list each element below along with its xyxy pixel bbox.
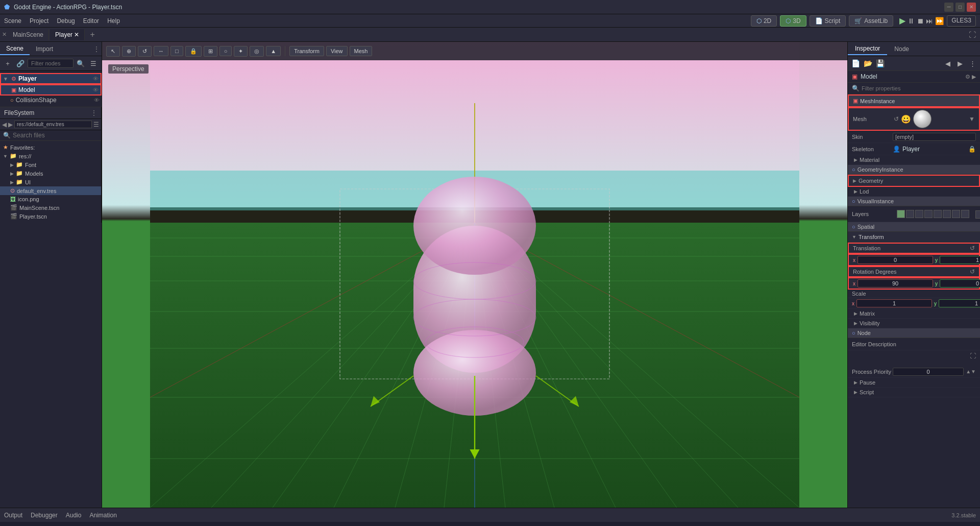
rotation-y-input[interactable]	[940, 279, 980, 288]
process-priority-spinner[interactable]: ▲▼	[966, 369, 976, 374]
process-priority-input[interactable]	[893, 368, 964, 376]
mode-2d-button[interactable]: ⬡ 2D	[751, 15, 777, 27]
play-custom-button[interactable]: ⏩	[935, 17, 944, 25]
layer-cell-8[interactable]	[961, 210, 969, 218]
history-back-button[interactable]: ◀	[942, 58, 953, 69]
script-subsection[interactable]: ▶ Script	[848, 388, 980, 397]
select-tool-button[interactable]: ↖	[106, 46, 120, 57]
scene-options-button[interactable]: ☰	[88, 58, 99, 69]
rotate-tool-button[interactable]: ↺	[138, 46, 152, 57]
mesh-reload-icon[interactable]: ↺	[894, 115, 899, 123]
assetlib-button[interactable]: 🛒 AssetLib	[849, 15, 893, 27]
lod-subsection[interactable]: ▶ Lod	[848, 187, 980, 197]
skin-dropdown[interactable]: [empty]	[893, 133, 976, 141]
fs-item-font[interactable]: ▶ 📁 Font	[0, 160, 101, 169]
rotation-reset-icon[interactable]: ↺	[970, 268, 975, 275]
menu-project[interactable]: Project	[30, 17, 48, 25]
open-resource-button[interactable]: 📂	[862, 58, 873, 69]
geometry-section[interactable]: ▶ Geometry	[848, 175, 980, 187]
maximize-button[interactable]: □	[955, 3, 965, 12]
camera-button[interactable]: ▲	[266, 46, 281, 56]
perspective-label[interactable]: Perspective	[108, 64, 149, 74]
menu-debug[interactable]: Debug	[57, 17, 75, 25]
mesh-type-icon[interactable]: 😀	[901, 114, 911, 124]
fs-item-icon[interactable]: 🖼 icon.png	[0, 195, 101, 203]
model-tool-1[interactable]: ⚙	[965, 74, 970, 80]
tree-item-player[interactable]: ▼ ⚙ Player 👁	[0, 73, 102, 84]
tab-scene[interactable]: Scene	[0, 43, 30, 55]
close-button[interactable]: ✕	[967, 3, 976, 12]
tab-audio[interactable]: Audio	[66, 512, 82, 519]
mode-3d-button[interactable]: ⬡ 3D	[780, 15, 806, 27]
translation-y-input[interactable]	[940, 256, 980, 264]
history-forward-button[interactable]: ▶	[954, 58, 966, 69]
layer-cell-1[interactable]	[897, 210, 905, 218]
fs-search-input[interactable]	[13, 132, 98, 139]
filter-nodes-input[interactable]	[28, 59, 74, 68]
view-button[interactable]: View	[326, 46, 348, 56]
fs-item-mainscene[interactable]: 🎬 MainScene.tscn	[0, 203, 101, 212]
origin-button[interactable]: ✦	[234, 46, 248, 57]
filter-properties-input[interactable]	[862, 85, 976, 91]
menu-help[interactable]: Help	[107, 17, 120, 25]
fs-item-res[interactable]: ▼ 📁 res://	[0, 152, 101, 160]
inspector-options-button[interactable]: ⋮	[967, 58, 978, 69]
minimize-button[interactable]: ─	[944, 3, 953, 12]
play-scene-button[interactable]: ⏭	[926, 17, 933, 25]
pause-subsection[interactable]: ▶ Pause	[848, 378, 980, 388]
add-tab-button[interactable]: +	[86, 28, 99, 41]
fs-menu-button[interactable]: ⋮	[91, 109, 97, 116]
scene-panel-menu[interactable]: ⋮	[93, 45, 100, 53]
matrix-subsection[interactable]: ▶ Matrix	[848, 309, 980, 319]
layer-cell-6[interactable]	[943, 210, 951, 218]
menu-scene[interactable]: Scene	[4, 17, 21, 25]
stop-button[interactable]: ⏹	[917, 17, 924, 25]
script-button[interactable]: 📄 Script	[810, 15, 846, 27]
translation-x-input[interactable]	[857, 256, 933, 264]
layer-cell-3[interactable]	[915, 210, 923, 218]
fs-layout-button[interactable]: ☰	[93, 121, 99, 128]
layer-cell-2[interactable]	[906, 210, 914, 218]
layer-cell-7[interactable]	[952, 210, 960, 218]
lock-button[interactable]: 🔒	[185, 46, 202, 57]
tree-item-collision[interactable]: ○ CollisionShape 👁	[0, 95, 102, 105]
scene-main-tab[interactable]: MainScene	[8, 29, 49, 40]
fs-forward-button[interactable]: ▶	[8, 121, 13, 128]
model-visibility-icon[interactable]: 👁	[93, 87, 99, 93]
fs-path-input[interactable]	[14, 121, 92, 128]
search-button[interactable]: 🔍	[75, 58, 86, 69]
snap-button[interactable]: ○	[219, 46, 232, 56]
new-resource-button[interactable]: 📄	[850, 58, 861, 69]
scene-player-tab[interactable]: Player ✕	[50, 29, 85, 40]
model-tool-2[interactable]: ▶	[972, 74, 976, 80]
layer-cell-4[interactable]	[924, 210, 933, 218]
pause-button[interactable]: ⏸	[908, 17, 915, 25]
player-visibility-icon[interactable]: 👁	[93, 76, 99, 82]
link-node-button[interactable]: 🔗	[15, 58, 26, 69]
fs-item-default-env[interactable]: ⊙ default_env.tres	[0, 186, 101, 195]
play-button[interactable]: ▶	[899, 16, 905, 26]
tab-node[interactable]: Node	[887, 43, 916, 55]
layer-cell-9[interactable]	[975, 210, 980, 219]
menu-editor[interactable]: Editor	[83, 17, 99, 25]
tab-inspector[interactable]: Inspector	[848, 43, 887, 55]
scale-x-input[interactable]	[856, 299, 932, 307]
add-node-button[interactable]: +	[2, 58, 13, 69]
tree-item-model[interactable]: ▣ Model 👁	[0, 84, 102, 95]
tab-output[interactable]: Output	[4, 512, 22, 519]
mesh-dropdown-arrow[interactable]: ▼	[969, 115, 975, 123]
scale-y-input[interactable]	[939, 299, 980, 307]
skeleton-lock-icon[interactable]: 🔒	[968, 146, 976, 153]
material-subsection[interactable]: ▶ Material	[848, 155, 980, 165]
expand-viewport-button[interactable]: ⛶	[969, 31, 976, 39]
fs-back-button[interactable]: ◀	[2, 121, 7, 128]
fs-item-ui[interactable]: ▶ 📁 UI	[0, 178, 101, 186]
fs-item-models[interactable]: ▶ 📁 Models	[0, 169, 101, 178]
bone-button[interactable]: ◎	[250, 46, 264, 57]
move-tool-button[interactable]: ⊕	[122, 46, 136, 57]
rotation-x-input[interactable]	[857, 279, 933, 288]
tab-import[interactable]: Import	[30, 43, 59, 55]
visibility-subsection[interactable]: ▶ Visibility	[848, 319, 980, 328]
mesh-button[interactable]: Mesh	[350, 46, 373, 56]
grid-button[interactable]: ⊞	[204, 46, 217, 57]
